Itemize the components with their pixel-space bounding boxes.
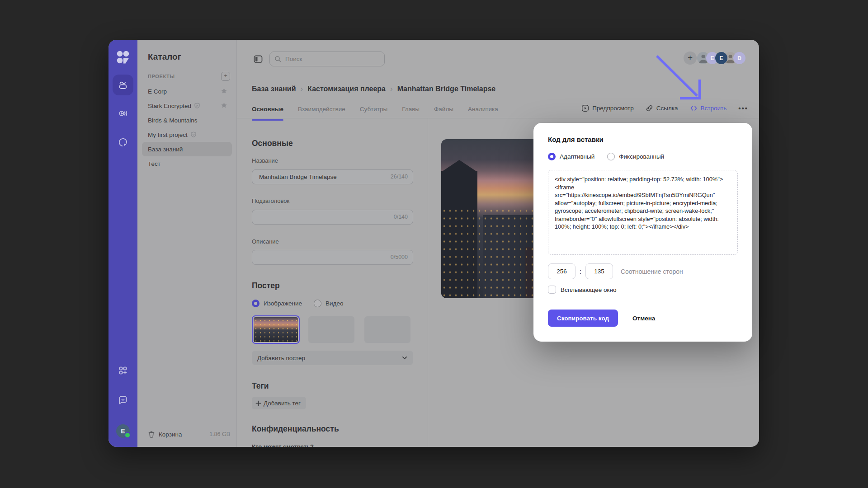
section-heading-main: Основные	[252, 139, 293, 148]
add-poster-select[interactable]: Добавить постер	[252, 351, 413, 365]
tab-files[interactable]: Файлы	[434, 106, 453, 121]
poster-thumbnail-selected[interactable]	[252, 315, 300, 344]
sidebar-item-e-corp[interactable]: E Corp	[142, 84, 232, 99]
avatar-letter: E	[719, 55, 723, 61]
user-avatar[interactable]: E	[116, 424, 130, 438]
add-project-button[interactable]: +	[221, 72, 230, 81]
name-counter: 26/140	[391, 174, 408, 180]
trash-row[interactable]: Корзина 1.86 GB	[148, 431, 230, 438]
popup-label: Всплывающее окно	[561, 286, 616, 293]
search-input[interactable]	[284, 55, 368, 63]
chevron-down-icon	[401, 355, 408, 361]
modal-buttons: Скопировать код Отмена	[548, 310, 658, 327]
poster-image-radio[interactable]: Изображение	[252, 300, 302, 307]
fixed-radio[interactable]: Фиксированный	[607, 153, 664, 160]
rail-item-player[interactable]	[113, 132, 133, 153]
ratio-label: Соотношение сторон	[621, 268, 683, 275]
rail-item-catalog[interactable]	[113, 75, 133, 95]
project-label: База знаний	[148, 146, 183, 153]
play-square-icon	[581, 104, 589, 112]
copy-code-button[interactable]: Скопировать код	[548, 310, 618, 327]
rail-item-support[interactable]	[113, 389, 133, 410]
radio-off-icon	[314, 300, 321, 307]
member-avatar-letter[interactable]: D	[733, 52, 745, 64]
tab-bar: Основные Взаимодействие Субтитры Главы Ф…	[252, 106, 498, 121]
tab-analytics[interactable]: Аналитика	[468, 106, 498, 121]
projects-section-label: ПРОЕКТЫ	[148, 74, 175, 79]
subtitle-label: Подзаголовок	[252, 197, 289, 204]
add-poster-label: Добавить постер	[257, 355, 305, 361]
sidebar-item-birds-mountains[interactable]: Birds & Mountains	[142, 113, 232, 127]
add-tag-button[interactable]: Добавить тег	[252, 397, 306, 409]
tabs-divider	[236, 118, 759, 118]
avatar-letter: E	[710, 55, 714, 61]
poster-thumbnail-empty[interactable]	[364, 316, 410, 343]
rail-item-apps[interactable]	[113, 360, 133, 381]
preview-button[interactable]: Предпросмотр	[581, 104, 634, 112]
poster-thumbnail-empty[interactable]	[308, 316, 354, 343]
project-label: Birds & Mountains	[148, 117, 198, 124]
subtitle-input[interactable]	[252, 210, 413, 225]
name-input[interactable]	[252, 169, 413, 184]
preview-art	[442, 160, 477, 172]
team-avatars: E E D	[697, 52, 745, 64]
breadcrumb-project[interactable]: База знаний	[252, 85, 296, 93]
embed-button[interactable]: Встроить	[690, 104, 727, 112]
tab-chapters[interactable]: Главы	[402, 106, 420, 121]
embed-mode-radios: Адаптивный Фиксированный	[548, 153, 664, 160]
sidebar-item-knowledge-base[interactable]: База знаний	[142, 142, 232, 156]
ratio-height-input[interactable]	[585, 263, 613, 279]
player-icon	[118, 137, 128, 148]
poster-video-radio[interactable]: Видео	[314, 300, 343, 307]
subtitle-counter: 0/140	[394, 214, 408, 220]
ratio-width-input[interactable]	[548, 263, 576, 279]
invite-button[interactable]: +	[684, 52, 697, 65]
description-counter: 0/5000	[391, 254, 408, 260]
catalog-sidebar: Каталог ПРОЕКТЫ + E Corp Stark Encrypted	[137, 40, 237, 447]
tab-subtitles[interactable]: Субтитры	[360, 106, 388, 121]
search-icon	[274, 56, 281, 62]
popup-checkbox[interactable]	[548, 286, 556, 294]
privacy-question: Кто может смотреть?	[252, 443, 314, 447]
sidebar-toggle-button[interactable]	[253, 54, 263, 64]
privacy-heading: Конфиденциальность	[252, 424, 339, 434]
apps-plus-icon	[118, 365, 128, 376]
search-box[interactable]	[269, 52, 385, 66]
subtitle-field: 0/140	[252, 210, 413, 225]
cancel-button[interactable]: Отмена	[630, 314, 658, 322]
popup-option[interactable]: Всплывающее окно	[548, 286, 616, 294]
embed-code-box[interactable]: <div style="position: relative; padding-…	[548, 170, 738, 255]
star-icon[interactable]	[221, 88, 227, 94]
rail-item-streams[interactable]	[113, 103, 133, 124]
catalog-icon	[118, 80, 128, 90]
tab-main[interactable]: Основные	[252, 106, 283, 121]
member-avatar-letter-active[interactable]: E	[715, 52, 727, 64]
embed-label: Встроить	[701, 105, 727, 112]
tab-interaction[interactable]: Взаимодействие	[298, 106, 345, 121]
link-button[interactable]: Ссылка	[646, 104, 678, 112]
modal-title: Код для вставки	[548, 136, 604, 143]
project-label: My first project	[148, 131, 188, 138]
radio-on-icon	[548, 153, 556, 160]
breadcrumb-folder[interactable]: Кастомизация плеера	[307, 85, 386, 93]
sidebar-item-test[interactable]: Тест	[142, 156, 232, 171]
rail-nav: E	[108, 40, 137, 447]
breadcrumb: База знаний › Кастомизация плеера › Manh…	[252, 84, 495, 94]
sidebar-item-stark-encrypted[interactable]: Stark Encrypted	[142, 99, 232, 113]
description-input[interactable]	[252, 250, 413, 265]
fixed-label: Фиксированный	[619, 153, 664, 160]
more-button[interactable]: •••	[738, 104, 748, 112]
chevron-right-icon: ›	[390, 84, 393, 94]
streams-icon	[118, 108, 128, 119]
embed-code-modal: Код для вставки Адаптивный Фиксированный…	[533, 123, 752, 342]
aspect-ratio-row: : Соотношение сторон	[548, 263, 683, 279]
poster-type-radios: Изображение Видео	[252, 300, 344, 307]
sidebar-item-my-first-project[interactable]: My first project	[142, 127, 232, 142]
online-status-dot	[124, 432, 131, 438]
star-icon[interactable]	[221, 102, 227, 109]
adaptive-radio[interactable]: Адаптивный	[548, 153, 594, 160]
chat-icon	[118, 394, 128, 405]
kinescope-logo-icon[interactable]	[115, 49, 131, 66]
link-icon	[646, 104, 653, 112]
video-actions: Предпросмотр Ссылка Встроить •••	[581, 104, 748, 112]
